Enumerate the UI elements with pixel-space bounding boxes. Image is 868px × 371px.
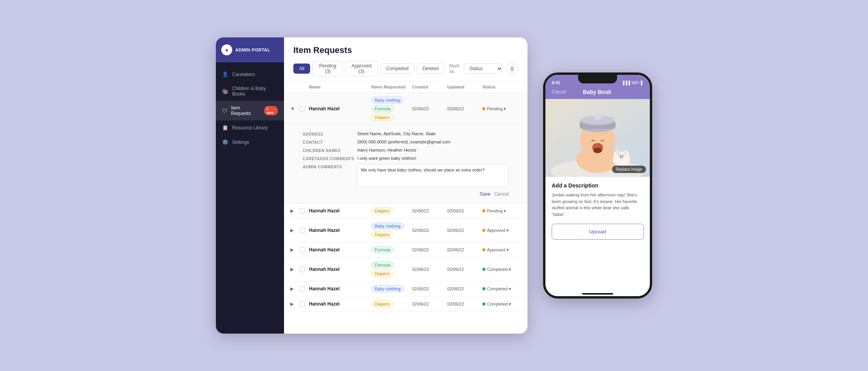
- row-checkbox-3[interactable]: [300, 228, 305, 233]
- contact-label: CONTACT: [303, 140, 357, 145]
- row-name-5: Hannah Hazel: [309, 267, 371, 272]
- sidebar-item-item-requests[interactable]: 🛡 Item Requests 1 new: [216, 101, 284, 120]
- status-dropdown-4[interactable]: Approved ▾: [487, 247, 509, 253]
- app-title: ADMIN PORTAL: [235, 48, 270, 52]
- save-button[interactable]: Save: [480, 191, 490, 197]
- tab-pending[interactable]: Pending (3): [312, 61, 343, 76]
- detail-grid-1: ADDRESS Street Name, Apt/Suite, City Nam…: [303, 131, 509, 187]
- svg-point-16: [619, 155, 621, 157]
- status-dropdown-2[interactable]: Pending ▾: [487, 208, 506, 214]
- phone-status-icons: ▐▐▐ WiFi ▌: [622, 81, 644, 85]
- tab-deleted[interactable]: Deleted: [417, 64, 445, 74]
- new-badge: 1 new: [264, 106, 278, 115]
- shield-icon: 🛡: [222, 108, 227, 114]
- col-expand: [290, 85, 300, 89]
- row-checkbox-2[interactable]: [300, 208, 305, 214]
- upload-button[interactable]: Upload: [552, 224, 644, 240]
- tab-all[interactable]: All: [293, 64, 310, 74]
- row-checkbox-4[interactable]: [300, 247, 305, 253]
- svg-point-17: [622, 155, 623, 157]
- row-updated-4: 02/06/22: [447, 247, 482, 252]
- status-dot-4: [482, 248, 485, 251]
- row-created-7: 02/06/22: [412, 302, 447, 306]
- row-updated-7: 02/06/22: [447, 302, 482, 306]
- expand-button-4[interactable]: ▶: [290, 247, 300, 253]
- sidebar-item-label: Children & Baby Books: [232, 86, 278, 97]
- row-tags-5: Formula Diapers: [371, 261, 412, 277]
- row-checkbox-7[interactable]: [300, 301, 305, 307]
- row-name-4: Hannah Hazel: [309, 247, 371, 253]
- tag-diapers-3: Diapers: [371, 231, 393, 238]
- tag-baby-clothing-6: Baby clothing: [371, 285, 404, 292]
- admin-comments-input[interactable]: We only have blue baby clothes, should w…: [357, 164, 509, 187]
- phone-description: Add a Description Jordan waking from her…: [545, 177, 650, 245]
- row-updated-6: 02/06/22: [447, 286, 482, 291]
- row-checkbox-6[interactable]: [300, 286, 305, 292]
- children-names-value: Harry Harrison, Heather Hector: [357, 148, 509, 153]
- expand-button-3[interactable]: ▶: [290, 228, 300, 233]
- table-row-3: ▶ Hannah Hazel Baby clothing Diapers 02/…: [284, 219, 528, 242]
- expand-button-7[interactable]: ▶: [290, 301, 300, 307]
- row-name-7: Hannah Hazel: [309, 301, 371, 307]
- status-badge-6: Completed ▾: [482, 286, 521, 292]
- status-dot-7: [482, 302, 485, 306]
- sidebar-nav: 👤 Caretakers 📚 Children & Baby Books 🛡 I…: [216, 62, 284, 334]
- status-dropdown-7[interactable]: Completed ▾: [487, 302, 511, 307]
- col-created: Created: [412, 85, 447, 89]
- table-row-1: ▼ Hannah Hazel Baby clothing Formula Dia…: [284, 93, 528, 125]
- row-name-1: Hannah Hazel: [309, 106, 371, 111]
- row-name-6: Hannah Hazel: [309, 286, 371, 292]
- sidebar-item-label: Item Requests: [231, 105, 259, 116]
- status-badge-7: Completed ▾: [482, 302, 521, 307]
- row-tags-3: Baby clothing Diapers: [371, 223, 412, 238]
- expand-button-1[interactable]: ▼: [290, 106, 300, 111]
- sidebar-header: ♦ ADMIN PORTAL: [216, 37, 284, 62]
- sidebar-item-caretakers[interactable]: 👤 Caretakers: [216, 67, 284, 81]
- svg-point-18: [620, 157, 623, 158]
- status-dot-6: [482, 287, 485, 290]
- children-names-label: CHILDREN NAMES: [303, 148, 357, 153]
- table-row-4: ▶ Hannah Hazel Formula 02/06/22 02/06/22…: [284, 242, 528, 258]
- sidebar-item-children-books[interactable]: 📚 Children & Baby Books: [216, 81, 284, 101]
- expand-button-2[interactable]: ▶: [290, 208, 300, 214]
- row-checkbox-5[interactable]: [300, 267, 305, 272]
- col-updated: Updated: [447, 85, 482, 89]
- sidebar-item-settings[interactable]: ⚙️ Settings: [216, 135, 284, 149]
- phone-baby-image: Replace Image: [545, 99, 650, 177]
- replace-image-button[interactable]: Replace Image: [612, 166, 646, 173]
- tab-approved[interactable]: Approved (3): [345, 61, 378, 76]
- delete-button[interactable]: 🗑: [506, 64, 518, 74]
- books-icon: 📚: [222, 88, 228, 94]
- svg-point-9: [593, 148, 602, 153]
- status-select[interactable]: Status Pending Approved Completed Delete…: [464, 64, 503, 74]
- mark-as-label: Mark as: [449, 63, 460, 74]
- expand-button-6[interactable]: ▶: [290, 286, 300, 292]
- status-dropdown-3[interactable]: Approved ▾: [487, 228, 509, 233]
- cancel-button[interactable]: Cancel: [494, 191, 509, 197]
- tag-formula-4: Formula: [371, 246, 394, 253]
- row-checkbox-1[interactable]: [300, 106, 305, 111]
- col-status: Status: [482, 85, 521, 89]
- expanded-detail-1: ADDRESS Street Name, Apt/Suite, City Nam…: [284, 125, 528, 203]
- library-icon: 📋: [222, 125, 228, 131]
- expand-button-5[interactable]: ▶: [290, 267, 300, 272]
- main-content: Item Requests All Pending (3) Approved (…: [284, 37, 528, 334]
- address-label: ADDRESS: [303, 131, 357, 136]
- table-row-7: ▶ Hannah Hazel Diapers 02/06/22 02/06/22…: [284, 297, 528, 312]
- row-updated-1: 02/06/22: [447, 106, 482, 111]
- status-dot-3: [482, 229, 485, 232]
- phone-description-title: Add a Description: [552, 182, 644, 189]
- tab-completed[interactable]: Completed: [380, 64, 415, 74]
- table-header: Name Items Requested Created Updated Sta…: [284, 81, 528, 93]
- status-dropdown-1[interactable]: Pending ▾: [487, 106, 506, 111]
- status-dropdown-6[interactable]: Completed ▾: [487, 286, 511, 292]
- signal-icon: ▐▐▐: [622, 81, 630, 85]
- phone: 9:41 ▐▐▐ WiFi ▌ Cancel Baby Book: [543, 72, 652, 299]
- status-dropdown-5[interactable]: Completed ▾: [487, 267, 511, 272]
- row-created-3: 02/06/22: [412, 228, 447, 233]
- settings-icon: ⚙️: [222, 139, 228, 145]
- row-tags-1: Baby clothing Formula Diapers: [371, 97, 412, 121]
- sidebar-item-resource-library[interactable]: 📋 Resource Library: [216, 120, 284, 135]
- phone-cancel-button[interactable]: Cancel: [552, 89, 566, 95]
- filter-tabs: All Pending (3) Approved (3) Completed D…: [293, 61, 445, 76]
